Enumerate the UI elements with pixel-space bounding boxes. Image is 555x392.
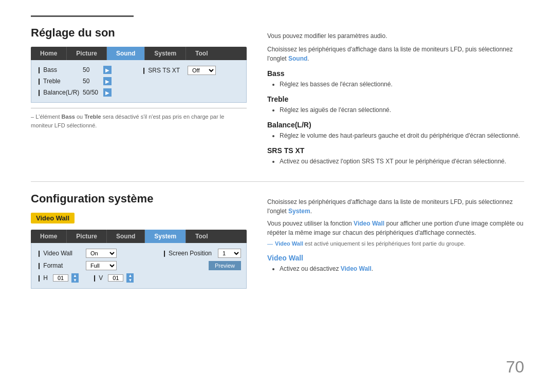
tab-tool-1[interactable]: Tool (186, 47, 217, 60)
treble-value: 50 (83, 78, 103, 85)
tab-system-2[interactable]: System (145, 230, 186, 243)
tab-tool-2[interactable]: Tool (186, 230, 217, 243)
format-label: ❙ Format (36, 262, 83, 269)
section2-title: Configuration système (31, 192, 247, 206)
treble-row: ❙ Treble 50 ▶ (36, 76, 136, 87)
treble-feature-title: Treble (267, 95, 524, 103)
section1-intro2: Choisissez les périphériques d'affichage… (267, 45, 524, 63)
section2-intro2: Vous pouvez utiliser la fonction Video W… (267, 219, 524, 237)
system-panel: ❙ Video Wall On Off ❙ Screen Position 1 … (31, 243, 247, 289)
tab-home-2[interactable]: Home (31, 230, 67, 243)
tab-picture-1[interactable]: Picture (67, 47, 107, 60)
page-number: 70 (506, 358, 524, 377)
screenpos-select[interactable]: 1 2 (218, 249, 241, 258)
srs-label: ❙ SRS TS XT (141, 67, 188, 74)
video-wall-badge: Video Wall (31, 213, 75, 223)
bass-value: 50 (83, 66, 103, 73)
v-label: ❙ V (92, 274, 103, 282)
top-line (31, 15, 134, 17)
section2-intro1: Choisissez les périphériques d'affichage… (267, 197, 524, 216)
tab-bar-1: Home Picture Sound System Tool (31, 47, 247, 60)
videowall-note-link: Video Wall (275, 240, 303, 247)
tab-bar-2: Home Picture Sound System Tool (31, 230, 247, 243)
section1-intro1: Vous pouvez modifier les paramètres audi… (267, 31, 524, 41)
bass-label: ❙ Bass (36, 66, 83, 73)
srs-select[interactable]: Off On (188, 66, 216, 75)
v-spinners: ▲ ▼ (126, 273, 134, 283)
treble-feature-desc: Réglez les aiguës de l'écran sélectionné… (267, 105, 524, 115)
balance-label: ❙ Balance(L/R) (36, 89, 83, 96)
srs-link: SRS TS XT (362, 158, 394, 165)
section-divider (31, 181, 524, 182)
videowall-row: ❙ Video Wall On Off ❙ Screen Position 1 … (36, 247, 241, 259)
balance-feature-title: Balance(L/R) (267, 121, 524, 129)
balance-value: 50/50 (83, 89, 103, 96)
srs-row: ❙ SRS TS XT Off On (141, 64, 241, 77)
videowall-select[interactable]: On Off (86, 249, 117, 258)
videowall-link-intro: Video Wall (354, 220, 384, 227)
balance-arrow[interactable]: ▶ (103, 88, 112, 97)
section1-right: Vous pouvez modifier les paramètres audi… (267, 26, 524, 166)
srs-feature-title: SRS TS XT (267, 146, 524, 155)
screenpos-label: ❙ Screen Position (162, 250, 212, 257)
bass-feature-title: Bass (267, 69, 524, 78)
tab-home-1[interactable]: Home (31, 47, 67, 60)
sound-link: Sound (288, 55, 307, 62)
bass-feature-desc: Réglez les basses de l'écran sélectionné… (267, 80, 524, 89)
h-spinners: ▲ ▼ (71, 273, 79, 283)
videowall-desc-link: Video Wall (341, 265, 372, 272)
balance-row: ❙ Balance(L/R) 50/50 ▶ (36, 87, 136, 98)
tab-sound-2[interactable]: Sound (107, 230, 145, 243)
bass-row: ❙ Bass 50 ▶ (36, 64, 136, 76)
tab-system-1[interactable]: System (145, 47, 186, 60)
tab-sound-1[interactable]: Sound (107, 47, 145, 60)
h-down[interactable]: ▼ (71, 278, 79, 283)
section1-note: – L'élément Bass ou Treble sera désactiv… (31, 108, 247, 129)
section1-title: Réglage du son (31, 26, 247, 40)
hv-row: ❙ H ▲ ▼ ❙ V ▲ ▼ (36, 272, 241, 284)
h-label: ❙ H (36, 274, 48, 282)
h-input[interactable] (53, 274, 68, 282)
videowall-feature-desc: Activez ou désactivez Video Wall. (267, 264, 524, 273)
section2-note: — Video Wall est activé uniquement si le… (267, 240, 524, 247)
sound-panel: ❙ Bass 50 ▶ ❙ Treble 50 ▶ ❙ Balance(L/R)… (31, 60, 247, 103)
section2-right: Choisissez les périphériques d'affichage… (267, 192, 524, 289)
preview-button[interactable]: Preview (209, 261, 241, 270)
format-select[interactable]: Full Natural (86, 261, 117, 270)
h-up[interactable]: ▲ (71, 273, 79, 278)
v-down[interactable]: ▼ (126, 278, 134, 283)
v-input[interactable] (108, 274, 123, 282)
srs-feature-desc: Activez ou désactivez l'option SRS TS XT… (267, 157, 524, 166)
balance-feature-desc: Réglez le volume des haut-parleurs gauch… (267, 131, 524, 140)
videowall-label: ❙ Video Wall (36, 250, 83, 257)
tab-picture-2[interactable]: Picture (67, 230, 107, 243)
treble-arrow[interactable]: ▶ (103, 77, 112, 85)
treble-label: ❙ Treble (36, 78, 83, 85)
videowall-feature-title: Video Wall (267, 254, 524, 262)
v-up[interactable]: ▲ (126, 273, 134, 278)
bass-arrow[interactable]: ▶ (103, 66, 112, 74)
format-row: ❙ Format Full Natural Preview (36, 259, 241, 272)
system-link: System (288, 208, 310, 215)
